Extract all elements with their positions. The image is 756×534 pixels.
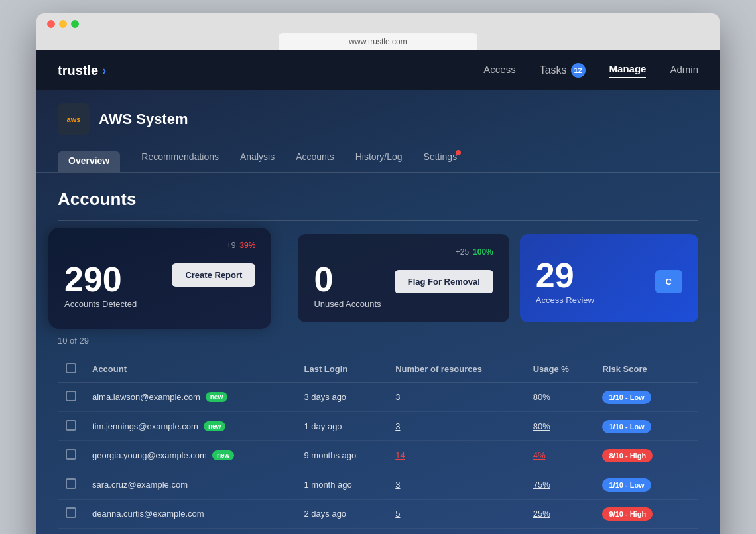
stat3-label: Access Review: [536, 295, 594, 305]
account-email-4: deanna.curtis@example.com: [92, 509, 288, 519]
resources-3[interactable]: 3: [395, 480, 400, 490]
nav-links: Access Tasks 12 Manage Admin: [483, 63, 698, 78]
tabs-bar: Overview Recommendations Analysis Accoun…: [36, 141, 720, 173]
table-meta: 10 of 29: [58, 336, 698, 346]
last-login-5: 3 months ago: [296, 529, 387, 535]
usage-4[interactable]: 25%: [533, 509, 550, 519]
nav-admin[interactable]: Admin: [670, 64, 698, 78]
table-section: 10 of 29 Account Last Login Number of re…: [36, 336, 720, 534]
resources-1[interactable]: 3: [395, 421, 400, 431]
usage-3[interactable]: 75%: [533, 480, 550, 490]
nav-manage[interactable]: Manage: [609, 63, 647, 78]
row-checkbox-0[interactable]: [66, 391, 76, 401]
resources-0[interactable]: 3: [395, 392, 400, 402]
risk-badge-3: 1/10 - Low: [602, 478, 651, 492]
table-row: deanna.curtis@example.com 2 days ago 5 2…: [58, 500, 698, 529]
system-header: aws AWS System: [36, 90, 720, 135]
risk-badge-4: 9/10 - High: [602, 507, 653, 521]
stat-card-unused: +25 100% 0 Unused Accounts Flag For Remo…: [298, 234, 509, 322]
logo-text: trustle: [58, 63, 98, 78]
usage-1[interactable]: 80%: [533, 421, 550, 431]
logo[interactable]: trustle ›: [58, 63, 106, 78]
stat-card-access-review: 29 Access Review C: [520, 234, 698, 322]
stat2-number: 0: [314, 262, 381, 297]
top-nav: trustle › Access Tasks 12 Manage Admin: [36, 50, 720, 90]
accounts-table: Account Last Login Number of resources U…: [58, 356, 698, 534]
close-button[interactable]: [47, 20, 55, 28]
address-bar[interactable]: www.trustle.com: [279, 33, 477, 50]
stat-card-accounts: +9 39% 290 Accounts Detected Create Repo…: [58, 234, 269, 322]
task-badge: 12: [571, 63, 586, 78]
account-email-0: alma.lawson@example.com new: [92, 392, 288, 402]
resources-4[interactable]: 5: [395, 509, 400, 519]
tab-history[interactable]: History/Log: [355, 151, 403, 172]
col-resources: Number of resources: [387, 356, 525, 383]
table-row: jackson.graham@example.com 3 months ago …: [58, 529, 698, 535]
new-badge: new: [206, 392, 227, 402]
col-risk: Risk Score: [594, 356, 698, 383]
col-last-login: Last Login: [296, 356, 387, 383]
stat2-badge-num: +25: [456, 247, 469, 257]
stat2-badge-pct: 100%: [473, 247, 493, 257]
table-row: tim.jennings@example.com new 1 day ago 3…: [58, 412, 698, 441]
flag-removal-button[interactable]: Flag For Removal: [395, 270, 493, 293]
risk-badge-1: 1/10 - Low: [602, 420, 651, 433]
col-account: Account: [84, 356, 296, 383]
last-login-4: 2 days ago: [296, 500, 387, 529]
aws-icon: aws: [58, 103, 90, 135]
stats-row: +9 39% 290 Accounts Detected Create Repo…: [36, 221, 720, 336]
logo-arrow: ›: [102, 64, 106, 78]
table-row: georgia.young@example.com new 9 months a…: [58, 441, 698, 470]
row-checkbox-1[interactable]: [66, 420, 76, 431]
new-badge: new: [204, 421, 225, 431]
stat1-badge-pct: 39%: [239, 241, 255, 250]
tab-accounts[interactable]: Accounts: [296, 151, 334, 172]
account-email-1: tim.jennings@example.com new: [92, 421, 288, 431]
new-badge: new: [212, 450, 234, 460]
create-report-button[interactable]: Create Report: [172, 263, 255, 287]
tab-recommendations[interactable]: Recommendations: [141, 151, 219, 172]
stat1-badge-num: +9: [227, 241, 236, 250]
row-checkbox-4[interactable]: [66, 507, 76, 518]
last-login-1: 1 day ago: [296, 412, 387, 441]
risk-badge-0: 1/10 - Low: [602, 391, 651, 404]
tab-analysis[interactable]: Analysis: [240, 151, 275, 172]
stat3-number: 29: [536, 258, 594, 293]
maximize-button[interactable]: [71, 20, 79, 28]
system-title: AWS System: [99, 111, 188, 128]
account-email-2: georgia.young@example.com new: [92, 450, 288, 460]
last-login-0: 3 days ago: [296, 383, 387, 412]
nav-tasks[interactable]: Tasks 12: [540, 63, 586, 78]
last-login-3: 1 month ago: [296, 470, 387, 500]
table-row: sara.cruz@example.com 1 month ago 3 75% …: [58, 470, 698, 500]
stat1-number: 290: [64, 262, 137, 297]
row-checkbox-2[interactable]: [66, 449, 76, 460]
col-usage[interactable]: Usage %: [525, 356, 595, 383]
stat2-label: Unused Accounts: [314, 299, 381, 309]
risk-badge-2: 8/10 - High: [602, 449, 653, 462]
account-email-3: sara.cruz@example.com: [92, 480, 288, 490]
minimize-button[interactable]: [59, 20, 67, 28]
access-review-button[interactable]: C: [655, 270, 682, 293]
usage-0[interactable]: 80%: [533, 392, 550, 402]
nav-access[interactable]: Access: [483, 64, 515, 78]
nav-tasks-label: Tasks: [540, 64, 567, 76]
usage-2[interactable]: 4%: [533, 450, 546, 460]
row-checkbox-3[interactable]: [66, 478, 76, 489]
stat1-label: Accounts Detected: [64, 299, 137, 309]
settings-notification-dot: [456, 150, 461, 155]
tab-settings[interactable]: Settings: [424, 151, 458, 172]
select-all-checkbox[interactable]: [66, 363, 76, 373]
table-row: alma.lawson@example.com new 3 days ago 3…: [58, 383, 698, 412]
section-title: Accounts: [36, 173, 720, 220]
last-login-2: 9 months ago: [296, 441, 387, 470]
resources-2[interactable]: 14: [395, 450, 405, 460]
tab-overview[interactable]: Overview: [58, 151, 120, 172]
